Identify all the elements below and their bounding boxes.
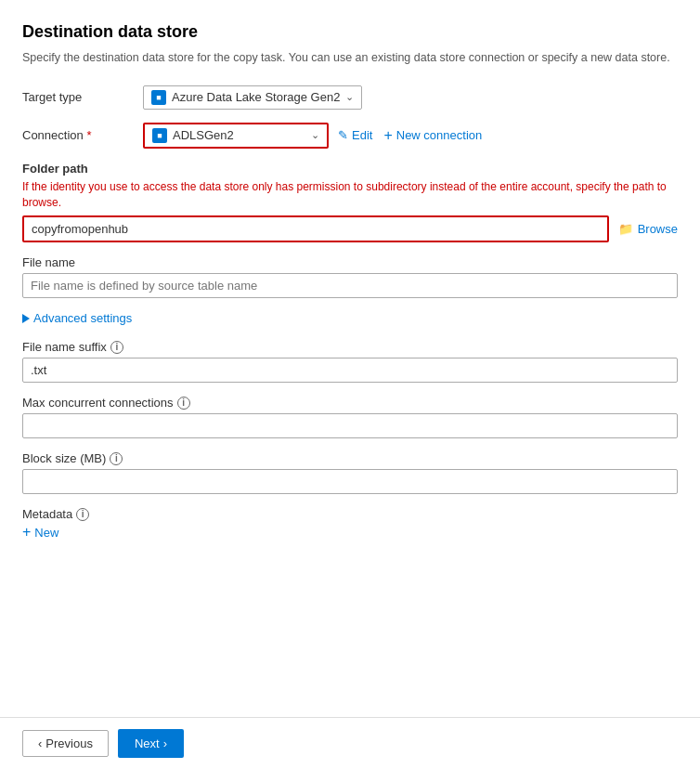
block-size-section: Block size (MB) i <box>22 451 678 494</box>
folder-path-section: Folder path If the identity you use to a… <box>22 162 678 243</box>
folder-path-label: Folder path <box>22 162 678 176</box>
advanced-settings-label: Advanced settings <box>33 311 132 325</box>
edit-icon: ✎ <box>338 128 348 142</box>
info-icon-metadata[interactable]: i <box>76 508 89 521</box>
block-size-label: Block size (MB) i <box>22 451 678 465</box>
target-type-select[interactable]: ■ Azure Data Lake Storage Gen2 ⌄ <box>143 85 362 110</box>
chevron-down-icon: ⌄ <box>345 91 354 103</box>
file-name-label: File name <box>22 255 678 269</box>
folder-path-input[interactable] <box>22 215 609 242</box>
file-name-section: File name <box>22 255 678 298</box>
connection-label: Connection * <box>22 128 143 142</box>
target-type-dropdown[interactable]: ■ Azure Data Lake Storage Gen2 ⌄ <box>143 85 362 110</box>
folder-path-row: 📁 Browse <box>22 215 678 242</box>
browse-button[interactable]: 📁 Browse <box>618 222 678 236</box>
max-concurrent-label: Max concurrent connections i <box>22 396 678 410</box>
required-marker: * <box>84 128 92 142</box>
footer: ‹ Previous Next › <box>0 717 700 769</box>
connection-row: Connection * ■ ADLSGen2 ⌄ ✎ Edit + New c… <box>22 123 678 149</box>
connection-dropdown[interactable]: ■ ADLSGen2 ⌄ <box>143 123 329 149</box>
metadata-section: Metadata i + New <box>22 507 678 540</box>
connection-actions: ✎ Edit + New connection <box>338 127 482 144</box>
file-name-input[interactable] <box>22 273 678 298</box>
block-size-input[interactable] <box>22 469 678 494</box>
adls-icon: ■ <box>151 90 166 105</box>
expand-icon <box>22 314 30 323</box>
folder-icon: 📁 <box>618 222 633 236</box>
target-type-value: Azure Data Lake Storage Gen2 <box>172 90 340 104</box>
edit-link[interactable]: ✎ Edit <box>338 128 372 142</box>
file-name-suffix-label: File name suffix i <box>22 340 678 354</box>
next-button[interactable]: Next › <box>118 729 184 758</box>
previous-button[interactable]: ‹ Previous <box>22 730 109 757</box>
max-concurrent-input[interactable] <box>22 413 678 438</box>
metadata-label: Metadata i <box>22 507 678 521</box>
info-icon[interactable]: i <box>110 341 123 354</box>
connection-icon: ■ <box>152 128 167 143</box>
target-type-label: Target type <box>22 90 143 104</box>
file-name-suffix-section: File name suffix i <box>22 340 678 383</box>
connection-select-wrapper[interactable]: ■ ADLSGen2 ⌄ <box>143 123 329 149</box>
chevron-right-icon: › <box>163 736 167 750</box>
file-name-suffix-input[interactable] <box>22 358 678 383</box>
chevron-down-icon: ⌄ <box>311 129 319 141</box>
new-metadata-button[interactable]: + New <box>22 525 678 540</box>
info-icon-concurrent[interactable]: i <box>177 397 190 410</box>
plus-icon: + <box>383 127 392 144</box>
info-icon-block[interactable]: i <box>110 452 123 465</box>
folder-path-hint: If the identity you use to access the da… <box>22 179 678 211</box>
page-title: Destination data store <box>22 22 678 42</box>
connection-value: ADLSGen2 <box>173 128 305 142</box>
max-concurrent-section: Max concurrent connections i <box>22 396 678 438</box>
advanced-settings-toggle[interactable]: Advanced settings <box>22 311 678 325</box>
chevron-left-icon: ‹ <box>38 736 42 750</box>
page-description: Specify the destination data store for t… <box>22 49 678 67</box>
new-connection-link[interactable]: + New connection <box>383 127 482 144</box>
plus-icon: + <box>22 525 31 540</box>
target-type-row: Target type ■ Azure Data Lake Storage Ge… <box>22 85 678 110</box>
